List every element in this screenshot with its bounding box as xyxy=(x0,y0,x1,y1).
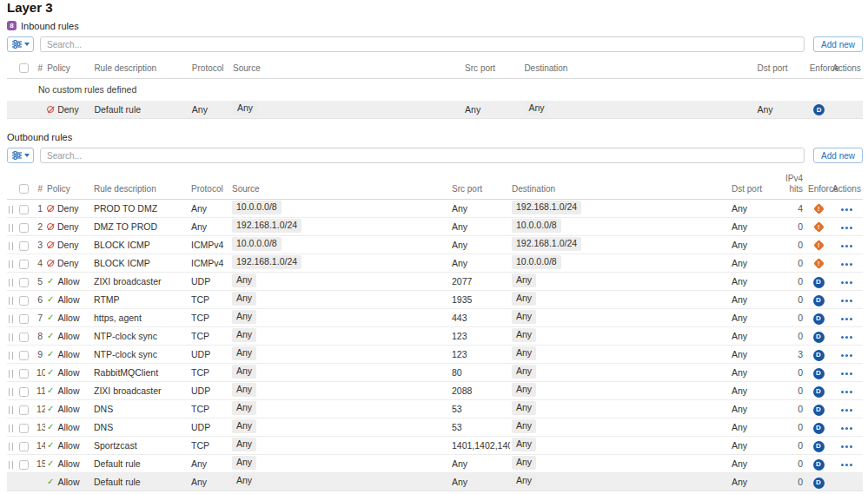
actions-menu-icon[interactable] xyxy=(841,280,853,285)
column-header-actions: Actions xyxy=(831,59,863,78)
row-checkbox[interactable] xyxy=(19,442,29,451)
actions-cell xyxy=(831,437,863,455)
drag-handle-icon[interactable] xyxy=(9,352,13,359)
inbound-table-body: No custom rules definedDenyDefault ruleA… xyxy=(7,78,863,119)
enforce-default-badge[interactable]: D xyxy=(813,313,825,325)
enforce-default-badge[interactable]: D xyxy=(813,104,825,115)
enforce-default-badge[interactable]: D xyxy=(813,386,825,398)
actions-menu-icon[interactable] xyxy=(841,463,853,467)
select-all-checkbox[interactable] xyxy=(19,184,29,194)
policy-value: ✓Allow xyxy=(47,276,90,287)
num-cell xyxy=(35,101,45,119)
enforce-alert-icon[interactable]: ! xyxy=(813,221,825,233)
row-checkbox[interactable] xyxy=(19,296,29,306)
enforce-default-badge[interactable]: D xyxy=(813,441,825,452)
num-cell: 2 xyxy=(35,218,45,236)
actions-menu-icon[interactable] xyxy=(841,317,853,321)
actions-menu-icon[interactable] xyxy=(841,445,853,449)
actions-menu-icon[interactable] xyxy=(841,372,853,376)
source-cell: Any xyxy=(230,437,450,455)
enforce-alert-icon[interactable]: ! xyxy=(813,258,825,269)
inbound-section: 8 Inbound rules Add new #PolicyRule desc… xyxy=(7,20,863,119)
actions-menu-icon[interactable] xyxy=(841,262,853,267)
actions-menu-icon[interactable] xyxy=(841,335,853,339)
row-checkbox[interactable] xyxy=(19,205,29,214)
row-checkbox[interactable] xyxy=(19,241,29,251)
inbound-filter-button[interactable] xyxy=(7,36,34,52)
drag-cell xyxy=(7,291,17,309)
actions-menu-icon[interactable] xyxy=(841,390,853,394)
row-checkbox[interactable] xyxy=(19,278,29,287)
actions-cell xyxy=(831,309,863,327)
inbound-rules-label: 8 Inbound rules xyxy=(7,20,863,31)
enforce-default-badge[interactable]: D xyxy=(813,295,825,306)
row-checkbox[interactable] xyxy=(19,460,29,470)
row-checkbox[interactable] xyxy=(19,387,29,397)
inbound-search-input[interactable] xyxy=(40,36,805,52)
ellipsis-dots xyxy=(841,245,844,247)
inbound-add-new-button[interactable]: Add new xyxy=(813,36,863,52)
outbound-search-input[interactable] xyxy=(40,148,805,163)
actions-menu-icon[interactable] xyxy=(841,207,853,212)
row-checkbox[interactable] xyxy=(19,333,29,342)
policy-label: Allow xyxy=(57,458,79,469)
enforce-default-badge[interactable]: D xyxy=(813,277,825,288)
row-checkbox[interactable] xyxy=(19,351,29,360)
drag-handle-icon[interactable] xyxy=(9,224,13,232)
drag-handle-icon[interactable] xyxy=(9,206,13,214)
actions-menu-icon[interactable] xyxy=(841,353,853,358)
drag-handle-icon[interactable] xyxy=(9,370,13,378)
enforce-alert-icon[interactable]: ! xyxy=(813,203,825,214)
drag-handle-icon[interactable] xyxy=(9,333,13,341)
drag-handle-icon[interactable] xyxy=(9,406,13,414)
actions-menu-icon[interactable] xyxy=(841,244,853,248)
enforce-default-badge[interactable]: D xyxy=(813,459,825,471)
header-row: #PolicyRule descriptionProtocolSourceSrc… xyxy=(7,59,863,78)
protocol-cell: Any xyxy=(189,200,230,218)
drag-handle-icon[interactable] xyxy=(9,260,13,268)
policy-value: Deny xyxy=(47,104,90,115)
deny-icon xyxy=(47,106,54,113)
source-cell: Any xyxy=(230,364,450,382)
drag-handle-icon[interactable] xyxy=(9,461,13,469)
drag-handle-icon[interactable] xyxy=(9,388,13,396)
enforce-default-badge[interactable]: D xyxy=(813,332,825,343)
num-cell: 6 xyxy=(35,291,45,309)
outbound-add-new-button[interactable]: Add new xyxy=(813,148,863,163)
select-cell xyxy=(17,254,35,273)
drag-handle-icon[interactable] xyxy=(9,443,13,451)
protocol-cell: UDP xyxy=(189,346,230,364)
row-checkbox[interactable] xyxy=(19,260,29,269)
destination-chip: Any xyxy=(512,310,536,324)
row-checkbox[interactable] xyxy=(19,405,29,415)
row-checkbox[interactable] xyxy=(19,223,29,233)
actions-menu-icon[interactable] xyxy=(841,226,853,230)
destination-cell: Any xyxy=(510,382,730,400)
actions-menu-icon[interactable] xyxy=(841,426,853,431)
ellipsis-dots xyxy=(841,445,844,448)
drag-handle-icon[interactable] xyxy=(9,297,13,305)
actions-cell xyxy=(831,400,863,418)
enforce-default-badge[interactable]: D xyxy=(813,405,825,416)
enforce-default-badge[interactable]: D xyxy=(813,368,825,379)
enforce-cell: D xyxy=(808,101,831,119)
enforce-default-badge[interactable]: D xyxy=(813,478,825,489)
row-checkbox[interactable] xyxy=(19,424,29,433)
row-checkbox[interactable] xyxy=(19,369,29,379)
policy-label: Allow xyxy=(57,294,79,305)
enforce-alert-icon[interactable]: ! xyxy=(813,240,825,251)
enforce-default-badge[interactable]: D xyxy=(813,350,825,361)
drag-handle-icon[interactable] xyxy=(9,425,13,432)
select-cell xyxy=(17,273,35,291)
actions-menu-icon[interactable] xyxy=(841,408,853,412)
enforce-default-badge[interactable]: D xyxy=(813,423,825,434)
row-checkbox[interactable] xyxy=(19,314,29,324)
outbound-filter-button[interactable] xyxy=(7,148,34,163)
drag-handle-icon[interactable] xyxy=(9,279,13,287)
destination-cell: 192.168.1.0/24 xyxy=(510,236,730,254)
drag-handle-icon[interactable] xyxy=(9,315,13,323)
actions-menu-icon[interactable] xyxy=(841,299,853,303)
select-all-checkbox[interactable] xyxy=(19,63,29,73)
select-cell xyxy=(17,346,35,364)
drag-handle-icon[interactable] xyxy=(9,242,13,250)
